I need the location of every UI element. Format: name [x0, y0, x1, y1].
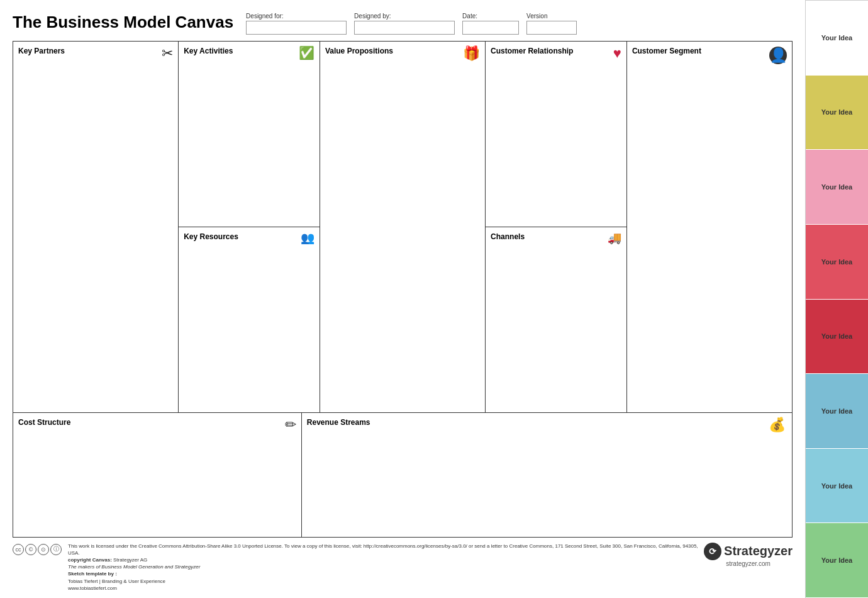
- title-block: The Business Model Canvas: [13, 13, 233, 32]
- designed-for-field: Designed for:: [246, 13, 347, 35]
- designed-by-field: Designed by:: [354, 13, 455, 35]
- form-fields: Designed for: Designed by: Date: Version: [246, 13, 793, 36]
- revenue-streams-cell: Revenue Streams 💰: [302, 413, 792, 536]
- customer-segment-cell: Customer Segment 👤: [627, 42, 792, 412]
- cc-nd-icon: ⓘ: [50, 544, 62, 555]
- key-activities-cell: Key Activities ✅: [179, 42, 320, 227]
- key-resources-cell: Key Resources 👥: [179, 227, 320, 412]
- sidebar-item-label-2: Your Idea: [821, 183, 852, 191]
- cc-by-icon: ©: [25, 544, 36, 555]
- copyright-value: Strategyzer AG: [113, 557, 147, 563]
- customer-relationship-cell: Customer Relationship ♥: [486, 42, 626, 227]
- key-activities-title: Key Activities: [184, 47, 233, 55]
- cc-icons: cc © ⊙ ⓘ: [13, 544, 62, 555]
- sidebar-item-2[interactable]: Your Idea: [806, 150, 868, 225]
- sidebar-item-0[interactable]: Your Idea: [806, 0, 868, 76]
- designed-by-input[interactable]: [354, 21, 455, 35]
- sidebar-item-7[interactable]: Your Idea: [806, 523, 868, 598]
- sidebar-item-label-4: Your Idea: [821, 332, 852, 340]
- key-partners-icon: ✂: [162, 47, 173, 60]
- sidebar-item-label-0: Your Idea: [821, 34, 852, 42]
- sidebar-item-3[interactable]: Your Idea: [806, 225, 868, 300]
- customer-rel-channels-group: Customer Relationship ♥ Channels 🚚: [486, 42, 627, 412]
- designed-for-label: Designed for:: [246, 13, 347, 20]
- canvas-top-row: Key Partners ✂ Key Activities ✅ Key Reso…: [13, 42, 792, 413]
- sketch-label: Sketch template by :: [68, 571, 117, 577]
- value-propositions-icon: 🎁: [463, 47, 480, 60]
- canvas-bottom-row: Cost Structure ✏ Revenue Streams 💰: [13, 413, 792, 536]
- makers-text: The makers of Business Model Generation …: [68, 564, 200, 570]
- sidebar-item-label-7: Your Idea: [821, 556, 852, 564]
- version-field: Version: [526, 13, 577, 35]
- version-label: Version: [526, 13, 577, 20]
- designed-for-input[interactable]: [246, 21, 347, 35]
- cost-structure-cell: Cost Structure ✏: [13, 413, 302, 536]
- sketch-url: www.tobiastiefert.com: [68, 585, 117, 591]
- sidebar-item-6[interactable]: Your Idea: [806, 449, 868, 524]
- customer-relationship-title: Customer Relationship: [491, 47, 573, 55]
- value-propositions-title: Value Propositions: [325, 47, 393, 55]
- key-resources-icon: 👥: [301, 232, 314, 244]
- business-model-canvas: Key Partners ✂ Key Activities ✅ Key Reso…: [13, 41, 793, 538]
- footer-text-block: This work is licensed under the Creative…: [68, 543, 704, 592]
- value-propositions-header: Value Propositions 🎁: [325, 47, 480, 60]
- cc-icon: cc: [13, 544, 24, 555]
- cost-structure-title: Cost Structure: [18, 418, 70, 427]
- sidebar-item-4[interactable]: Your Idea: [806, 300, 868, 375]
- sidebar-item-5[interactable]: Your Idea: [806, 374, 868, 449]
- designed-by-label: Designed by:: [354, 13, 455, 20]
- revenue-streams-title: Revenue Streams: [307, 418, 370, 427]
- customer-relationship-icon: ♥: [613, 47, 621, 60]
- version-input[interactable]: [526, 21, 577, 35]
- customer-segment-title: Customer Segment: [632, 47, 701, 55]
- footer-right: ⟳ Strategyzer strategyzer.com: [704, 543, 793, 567]
- footer: cc © ⊙ ⓘ This work is licensed under the…: [13, 543, 793, 592]
- sidebar: Your Idea Your Idea Your Idea Your Idea …: [805, 0, 868, 598]
- date-label: Date:: [462, 13, 519, 20]
- cc-sa-icon: ⊙: [38, 544, 49, 555]
- sidebar-item-1[interactable]: Your Idea: [806, 76, 868, 150]
- key-activities-header: Key Activities ✅: [184, 47, 314, 59]
- revenue-streams-header: Revenue Streams 💰: [307, 418, 787, 427]
- key-partners-title: Key Partners: [18, 47, 65, 55]
- key-activities-resources-group: Key Activities ✅ Key Resources 👥: [179, 42, 320, 412]
- channels-header: Channels 🚚: [491, 232, 621, 244]
- brand-name: Strategyzer: [724, 544, 793, 558]
- cost-structure-icon: ✏: [285, 418, 296, 432]
- key-activities-icon: ✅: [299, 47, 314, 59]
- page-title: The Business Model Canvas: [13, 13, 233, 32]
- copyright-label: copyright Canvas:: [68, 557, 112, 563]
- key-resources-header: Key Resources 👥: [184, 232, 314, 244]
- customer-segment-icon: 👤: [769, 47, 787, 64]
- header: The Business Model Canvas Designed for: …: [13, 13, 793, 36]
- cost-structure-header: Cost Structure ✏: [18, 418, 296, 432]
- sidebar-item-label-3: Your Idea: [821, 258, 852, 266]
- channels-cell: Channels 🚚: [486, 227, 626, 412]
- brand-url: strategyzer.com: [726, 560, 771, 567]
- sidebar-item-label-6: Your Idea: [821, 482, 852, 490]
- sketch-value: Tobias Tiefert | Branding & User Experie…: [68, 578, 165, 584]
- sidebar-item-label-5: Your Idea: [821, 407, 852, 415]
- date-input[interactable]: [462, 21, 519, 35]
- revenue-streams-icon: 💰: [769, 418, 786, 432]
- channels-icon: 🚚: [608, 232, 621, 244]
- channels-title: Channels: [491, 232, 525, 241]
- customer-segment-header: Customer Segment 👤: [632, 47, 787, 64]
- sidebar-item-label-1: Your Idea: [821, 108, 852, 116]
- license-text: This work is licensed under the Creative…: [68, 543, 698, 556]
- key-partners-cell: Key Partners ✂: [13, 42, 179, 412]
- customer-relationship-header: Customer Relationship ♥: [491, 47, 621, 60]
- key-resources-title: Key Resources: [184, 232, 238, 241]
- date-field: Date:: [462, 13, 519, 35]
- key-partners-header: Key Partners ✂: [18, 47, 173, 60]
- footer-left: cc © ⊙ ⓘ This work is licensed under the…: [13, 543, 704, 592]
- strategyzer-logo: ⟳ Strategyzer: [704, 543, 793, 560]
- value-propositions-cell: Value Propositions 🎁: [320, 42, 486, 412]
- strategyzer-icon: ⟳: [704, 543, 721, 560]
